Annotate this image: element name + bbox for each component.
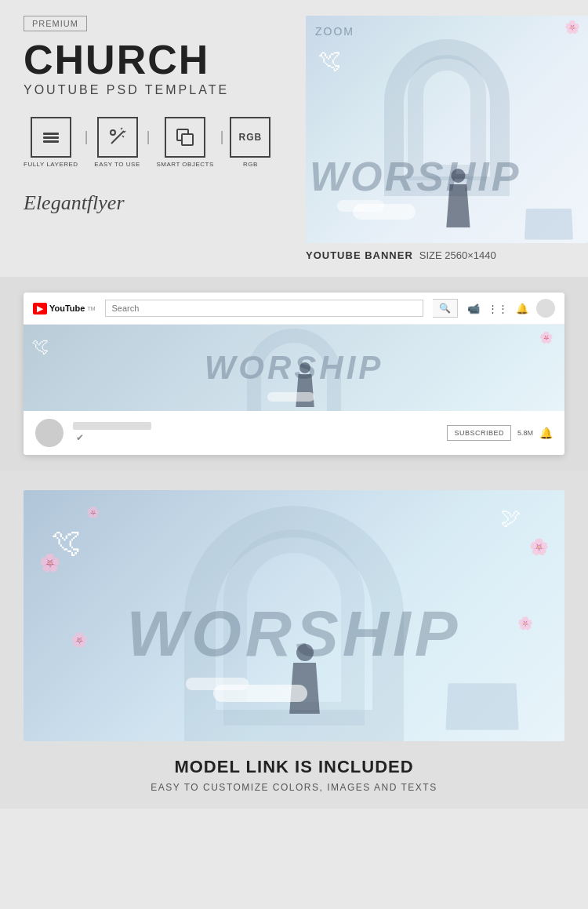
premium-badge: PREMIUM: [24, 16, 290, 39]
features-row: FULLY LAYERED | EASY TO USE |: [24, 117, 290, 168]
search-input[interactable]: [105, 300, 423, 317]
person-body: [444, 184, 472, 227]
feature-rgb: RGB RGB: [230, 117, 270, 168]
subscribe-bell-icon: 🔔: [539, 427, 553, 439]
youtube-logo-super: TM: [87, 306, 95, 311]
sep2: |: [147, 116, 151, 157]
channel-info: ✔: [73, 422, 151, 444]
yt-body: [294, 374, 316, 407]
user-avatar: [536, 299, 555, 318]
zoom-label: ZOOM: [315, 25, 354, 38]
rgb-icon: RGB: [230, 117, 270, 158]
worship-text-banner: WORSHIP: [310, 153, 521, 200]
yt-head: [299, 362, 310, 373]
dove-icon: 🕊: [318, 47, 341, 74]
youtube-icons: 📹 ⋮⋮ 🔔: [467, 299, 555, 318]
top-section: PREMIUM CHURCH YOUTUBE PSD TEMPLATE FULL…: [0, 0, 588, 277]
subscriber-count: 5.8M: [517, 429, 533, 437]
flower-decor-top: 🌸: [564, 20, 580, 35]
subscribe-area: SUBSCRIBED 5.8M 🔔: [447, 425, 553, 441]
feature-wand: EASY TO USE: [94, 117, 140, 168]
footer-title: MODEL LINK IS INCLUDED: [24, 757, 564, 777]
flower-right-bottom: 🌸: [517, 616, 533, 631]
sep1: |: [85, 116, 89, 157]
flower-left-top: 🌸: [39, 553, 60, 573]
person-figure: [444, 169, 472, 227]
svg-point-4: [111, 130, 115, 135]
svg-line-3: [111, 131, 124, 144]
svg-rect-1: [43, 136, 59, 139]
banner-info: YOUTUBE BANNER SIZE 2560×1440: [306, 249, 588, 261]
bottom-footer: MODEL LINK IS INCLUDED EASY TO CUSTOMIZE…: [24, 757, 564, 793]
subscribed-button[interactable]: SUBSCRIBED: [447, 425, 511, 441]
video-camera-icon: 📹: [467, 303, 480, 315]
youtube-logo: ▶ YouTube TM: [33, 303, 96, 315]
yt-cloud: [267, 392, 314, 402]
brand-logo: Elegantflyer: [24, 191, 290, 215]
youtube-channel-bar: ✔ SUBSCRIBED 5.8M 🔔: [24, 411, 564, 455]
flower-left-bottom: 🌸: [71, 631, 88, 649]
footer-subtitle: EASY TO CUSTOMIZE COLORS, IMAGES AND TEX…: [24, 782, 564, 793]
grid-icon: ⋮⋮: [488, 303, 508, 315]
feature-smart: SMART OBJECTS: [156, 117, 213, 168]
bell-icon: 🔔: [516, 303, 528, 315]
large-banner: 🕊 🕊 🌸 🌸 🌸 🌸 🌸 WORSHIP: [24, 490, 564, 741]
youtube-section: ▶ YouTube TM 🔍 📹 ⋮⋮ 🔔 🕊: [0, 277, 588, 471]
yt-flower-right: 🌸: [539, 331, 553, 344]
large-bible: [445, 683, 518, 729]
right-panel: ZOOM 🕊 🌸 WORSHIP YOUTUBE BANNER SIZE 256…: [306, 16, 588, 261]
verified-icon: ✔: [76, 432, 84, 443]
layers-icon: [31, 117, 71, 158]
large-head: [296, 644, 314, 661]
youtube-logo-text: YouTube: [49, 304, 85, 313]
youtube-mockup: ▶ YouTube TM 🔍 📹 ⋮⋮ 🔔 🕊: [24, 293, 564, 455]
smart-objects-icon: [165, 117, 205, 158]
svg-rect-9: [182, 134, 193, 145]
top-banner-preview: ZOOM 🕊 🌸 WORSHIP: [306, 16, 588, 243]
svg-line-7: [122, 136, 124, 137]
channel-avatar: [35, 419, 64, 447]
page-title: CHURCH: [24, 39, 290, 80]
sep3: |: [220, 116, 224, 157]
search-button[interactable]: 🔍: [433, 299, 458, 318]
youtube-banner-area: 🕊 WORSHIP 🌸: [24, 325, 564, 411]
person-head: [451, 169, 465, 183]
left-panel: PREMIUM CHURCH YOUTUBE PSD TEMPLATE FULL…: [24, 16, 306, 261]
svg-rect-0: [43, 133, 59, 135]
svg-rect-2: [43, 140, 59, 143]
flower-top-left: 🌸: [86, 506, 100, 518]
bottom-section: 🕊 🕊 🌸 🌸 🌸 🌸 🌸 WORSHIP MODEL LINK IS INCL…: [0, 471, 588, 809]
yt-dove-icon: 🕊: [31, 336, 49, 357]
channel-name-bar: [73, 422, 151, 430]
feature-layers: FULLY LAYERED: [24, 117, 78, 168]
svg-line-5: [121, 128, 122, 129]
youtube-topbar: ▶ YouTube TM 🔍 📹 ⋮⋮ 🔔: [24, 293, 564, 325]
cloud-2: [337, 200, 384, 212]
bible-icon: [524, 209, 573, 239]
page-subtitle: YOUTUBE PSD TEMPLATE: [24, 83, 290, 97]
flower-right-top: 🌸: [529, 537, 549, 556]
youtube-logo-icon: ▶: [33, 303, 47, 315]
large-cloud-2: [186, 678, 249, 690]
large-person: [287, 644, 322, 714]
wand-icon: [97, 117, 138, 158]
large-dove-right: 🕊: [501, 506, 521, 530]
